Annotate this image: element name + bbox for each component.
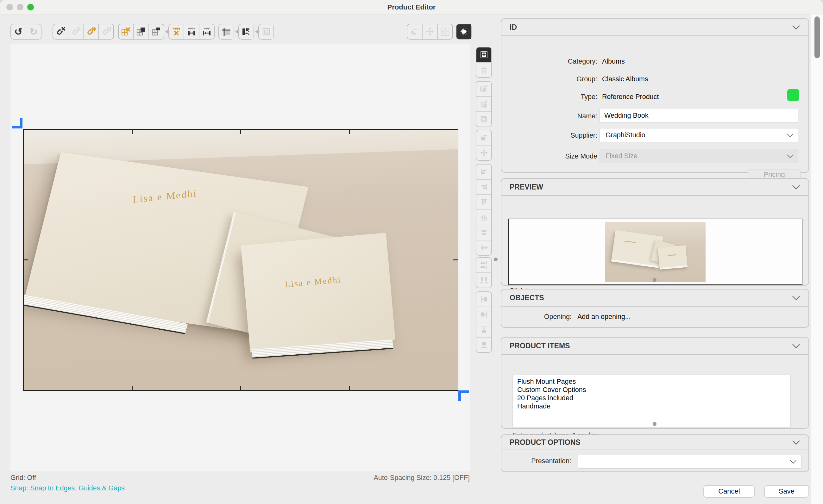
center-vertical-button[interactable] — [476, 240, 491, 255]
paste-back-icon: 3 — [479, 99, 489, 109]
category-value: Albums — [602, 58, 625, 65]
size-mode-value: Fixed Size — [606, 152, 637, 160]
chevron-down-icon — [792, 25, 800, 30]
section-id-header[interactable]: ID — [501, 19, 808, 36]
cancel-button[interactable]: Cancel — [703, 485, 755, 498]
nudge-left-button[interactable] — [476, 292, 491, 307]
chevron-down-icon — [790, 460, 797, 464]
paste-forward-button[interactable]: 3 — [476, 82, 491, 96]
rotate-frame-button[interactable] — [476, 131, 491, 145]
center-horizontal-button[interactable] — [476, 225, 491, 240]
spacing-outer-button[interactable] — [199, 24, 214, 39]
preview-resize-handle[interactable] — [653, 278, 657, 282]
tick-top-quarter — [132, 130, 133, 134]
magnet-grid-icon — [70, 26, 81, 37]
grid-fill-cell-options-button[interactable] — [149, 24, 164, 39]
frame-inset-group — [258, 24, 274, 39]
guides-group — [218, 24, 234, 39]
grid-fill-options-icon — [151, 27, 161, 37]
align-bottom-button[interactable] — [476, 210, 491, 225]
distribute-horizontal-icon — [479, 276, 489, 285]
rotate-copy-icon — [409, 27, 420, 37]
spacing-inner-icon — [186, 27, 197, 37]
window-title: Product Editor — [0, 0, 823, 15]
add-frame-button[interactable] — [476, 47, 491, 62]
starburst-icon — [459, 27, 469, 36]
target-icon — [440, 27, 450, 37]
supplier-value: GraphiStudio — [606, 131, 645, 139]
align-top-button[interactable] — [476, 194, 491, 210]
spacing-tools-group — [168, 24, 215, 39]
svg-text:3: 3 — [484, 104, 486, 107]
grid-clear-button[interactable] — [119, 24, 134, 39]
product-items-textarea[interactable]: Flush Mount Pages Custom Cover Options 2… — [512, 374, 791, 428]
panel-splitter-handle[interactable] — [494, 258, 498, 261]
move-frame-button[interactable] — [476, 145, 491, 160]
grid-x-icon — [121, 27, 131, 37]
scrollbar-thumb[interactable] — [814, 16, 820, 58]
ruler-clear-button[interactable] — [169, 24, 184, 39]
presentation-dropdown[interactable] — [578, 455, 802, 469]
chevron-down-icon — [792, 440, 800, 445]
effects-button[interactable] — [457, 24, 471, 39]
scrollbar-track[interactable] — [811, 15, 823, 504]
align-right-button[interactable] — [476, 179, 491, 194]
supplier-dropdown[interactable]: GraphiStudio — [600, 128, 798, 143]
tick-bottom-quarter — [132, 386, 133, 390]
name-input[interactable] — [600, 109, 798, 122]
section-product-options-header[interactable]: PRODUCT OPTIONS — [501, 435, 808, 450]
distribute-horizontal-button[interactable] — [476, 272, 491, 288]
rotate-copy-button[interactable] — [407, 24, 423, 39]
nudge-left-icon — [479, 294, 489, 304]
paste-back-button[interactable]: 3 — [476, 96, 491, 111]
guides-options-button[interactable] — [219, 24, 233, 39]
redo-icon: ↻ — [29, 27, 38, 37]
book-pages — [23, 294, 188, 334]
supplier-label: Supplier: — [501, 132, 597, 140]
expand-frame-button[interactable] — [423, 24, 438, 39]
snap-status[interactable]: Snap: Snap to Edges, Guides & Gaps — [10, 484, 125, 492]
distribute-group — [476, 257, 492, 288]
snap-to-guides-button[interactable] — [84, 24, 99, 39]
preview-image-box[interactable] — [508, 219, 802, 285]
margin-lock-options-button[interactable] — [239, 24, 254, 39]
delete-frame-button[interactable] — [476, 62, 491, 77]
undo-icon: ↺ — [14, 27, 22, 37]
redo-button[interactable]: ↻ — [26, 24, 41, 39]
titlebar: Product Editor — [0, 0, 823, 15]
save-button[interactable]: Save — [764, 485, 809, 498]
section-product-items-header[interactable]: PRODUCT ITEMS — [501, 337, 808, 355]
align-left-button[interactable] — [476, 165, 491, 179]
snap-to-frame-button[interactable] — [99, 24, 113, 39]
section-objects-header[interactable]: OBJECTS — [501, 289, 808, 307]
opening-value[interactable]: Add an opening... — [578, 313, 631, 321]
paste-unknown-button[interactable]: ? — [476, 111, 491, 127]
distribute-vertical-button[interactable] — [476, 258, 491, 272]
nudge-up-button[interactable] — [476, 322, 491, 337]
snap-to-grid-button[interactable] — [68, 24, 84, 39]
selection-handle-topleft-h[interactable] — [12, 126, 22, 129]
nudge-right-button[interactable] — [476, 307, 491, 322]
thumb-book-front — [658, 245, 687, 269]
undo-redo-group: ↺ ↻ — [10, 24, 41, 39]
type-label: Type: — [501, 93, 597, 101]
grid-status: Grid: Off — [10, 474, 36, 482]
cancel-button-label: Cancel — [718, 487, 740, 495]
snap-off-button[interactable] — [53, 24, 68, 39]
nudge-down-button[interactable] — [476, 337, 491, 352]
grid-fill-cell-button[interactable] — [134, 24, 149, 39]
size-mode-dropdown[interactable]: Fixed Size — [600, 149, 798, 163]
spacing-inner-button[interactable] — [184, 24, 199, 39]
svg-text:?: ? — [483, 118, 485, 122]
section-preview-header[interactable]: PREVIEW — [501, 179, 808, 196]
undo-button[interactable]: ↺ — [11, 24, 26, 39]
chevron-down-icon — [787, 154, 794, 158]
photo-book-front: Lisa e Medhi — [241, 233, 395, 353]
center-target-button[interactable] — [438, 24, 452, 39]
canvas-photo[interactable]: Lisa e Medhi Lisa e Medhi — [23, 129, 458, 391]
magnet-x-icon — [55, 26, 66, 37]
effects-group — [456, 24, 472, 39]
items-resize-handle[interactable] — [653, 422, 657, 426]
selection-handle-bottomright-v[interactable] — [458, 391, 461, 401]
frame-inset-button[interactable] — [259, 24, 274, 39]
